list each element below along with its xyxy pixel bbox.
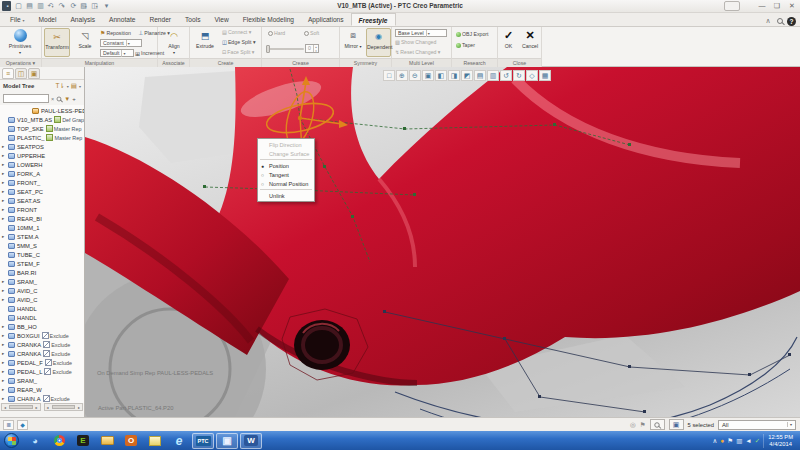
graphics-toolbar-button[interactable]: ⊖: [409, 70, 421, 81]
graphics-toolbar-button[interactable]: ◩: [461, 70, 473, 81]
select-box-button[interactable]: ▣: [669, 419, 684, 430]
reposition-button[interactable]: ⚑ Reposition: [100, 29, 131, 36]
selection-filter-select[interactable]: All▾: [718, 420, 796, 430]
tab-favorites[interactable]: ▣: [28, 68, 40, 79]
mirror-button[interactable]: ⧈ Mirror ▾: [341, 28, 365, 57]
edge-split-button[interactable]: ◫Edge Split ▾: [222, 39, 256, 45]
tree-row[interactable]: ▸ SEAT_PC: [0, 187, 84, 196]
graphics-toolbar-button[interactable]: ◨: [448, 70, 460, 81]
graphics-toolbar-button[interactable]: ▣: [422, 70, 434, 81]
quick-access-button[interactable]: ◫▾: [90, 1, 99, 11]
tree-search-input[interactable]: [3, 94, 49, 103]
window-control-button[interactable]: ✕: [786, 1, 798, 11]
face-split-button[interactable]: ⊟Face Split ▾: [222, 49, 254, 55]
ribbon-tab[interactable]: Flexible Modeling: [236, 13, 301, 26]
tray-quick-button[interactable]: [724, 1, 740, 11]
taskbar-app-icon[interactable]: W: [240, 433, 262, 449]
tree-row[interactable]: ▸ BB_HO: [0, 322, 84, 331]
graphics-toolbar-button[interactable]: □: [383, 70, 395, 81]
tree-row[interactable]: ▸ AVID_C: [0, 295, 84, 304]
taper-button[interactable]: Taper: [456, 42, 475, 48]
expander-icon[interactable]: ▸: [2, 207, 6, 212]
crease-value-box[interactable]: 0 ▴▾: [305, 44, 319, 53]
expander-icon[interactable]: ▸: [2, 171, 6, 176]
graphics-toolbar-button[interactable]: ↻: [513, 70, 525, 81]
slider-track[interactable]: [266, 48, 304, 50]
tray-icon[interactable]: ⚑: [727, 437, 733, 445]
tree-row[interactable]: ▸ UPPERHE: [0, 151, 84, 160]
quick-access-button[interactable]: ▪: [2, 1, 11, 11]
expander-icon[interactable]: ▸: [2, 378, 6, 383]
tree-row[interactable]: PAUL-LESS-PEDA: [0, 106, 84, 115]
context-menu-item[interactable]: ● Position: [258, 161, 314, 170]
tree-row[interactable]: STEM_F: [0, 259, 84, 268]
tree-row[interactable]: ▸ FRONT_: [0, 178, 84, 187]
browser-toggle-icon[interactable]: ◆: [17, 420, 28, 430]
context-menu-item[interactable]: Change Surface: [258, 149, 314, 158]
tray-icon[interactable]: ∧: [713, 437, 718, 445]
expander-icon[interactable]: ▸: [2, 279, 6, 284]
taskbar-app-icon[interactable]: e: [168, 433, 190, 449]
tree-row[interactable]: ▸ REAR_BI: [0, 214, 84, 223]
spin-center-icon[interactable]: ◎: [630, 421, 636, 429]
filter-funnel-icon[interactable]: ▼: [64, 96, 70, 102]
tree-hscrollbar-left[interactable]: ◂▸: [1, 403, 41, 411]
tray-icon[interactable]: ▥: [736, 437, 742, 445]
taskbar-app-icon[interactable]: E: [72, 433, 94, 449]
taskbar-app-icon[interactable]: PTC: [192, 433, 214, 449]
context-menu-item[interactable]: [260, 159, 312, 160]
tree-row[interactable]: ▸ STEM.A: [0, 232, 84, 241]
expander-icon[interactable]: ▸: [2, 342, 6, 347]
connect-button[interactable]: ▤Connect ▾: [222, 29, 251, 35]
expander-icon[interactable]: ▸: [2, 180, 6, 185]
tree-row[interactable]: ▸ PEDAL_F Exclude: [0, 358, 84, 367]
find-icon[interactable]: [57, 96, 62, 101]
tree-row[interactable]: HANDL: [0, 304, 84, 313]
transform-button[interactable]: ✂ Transform: [44, 28, 70, 57]
model-tree-toggle-icon[interactable]: ≣: [3, 420, 14, 430]
expander-icon[interactable]: ▸: [2, 216, 6, 221]
tree-columns-icon[interactable]: ▤: [71, 82, 77, 90]
graphics-viewport[interactable]: □⊕⊖▣◧◨◩▤▥↺↻◇▦: [85, 67, 800, 417]
expander-icon[interactable]: ▸: [2, 369, 6, 374]
tree-row[interactable]: TUBE_C: [0, 250, 84, 259]
tree-row[interactable]: 10MM_1: [0, 223, 84, 232]
tree-row[interactable]: ▸ SRAM_: [0, 376, 84, 385]
default-select[interactable]: Default▾ ⊞Increment: [100, 49, 164, 57]
show-changed-button[interactable]: ▧Show Changed: [395, 39, 436, 45]
expander-icon[interactable]: ▸: [2, 324, 6, 329]
ribbon-tab[interactable]: Freestyle: [351, 13, 396, 26]
level-select[interactable]: Base Level▾: [395, 29, 447, 37]
clear-search-icon[interactable]: ×: [51, 96, 54, 102]
tree-row[interactable]: ▸ CHAIN.A Exclude: [0, 394, 84, 403]
tree-row[interactable]: ▸ FRONT: [0, 205, 84, 214]
expander-icon[interactable]: ▸: [2, 333, 6, 338]
tree-row[interactable]: ▸ REAR_W: [0, 385, 84, 394]
ribbon-tab[interactable]: Tools: [178, 13, 207, 26]
expander-icon[interactable]: ▸: [2, 153, 6, 158]
primitives-button[interactable]: Primitives▾: [7, 28, 33, 57]
tree-row[interactable]: ▸ PEDAL_L Exclude: [0, 367, 84, 376]
taskbar-clock[interactable]: 12:55 PM4/4/2014: [763, 434, 797, 448]
tree-row[interactable]: V10_MTB.AS Def Graphics Rep: [0, 115, 84, 124]
extrude-button[interactable]: ⬒ Extrude: [192, 28, 218, 57]
quick-access-button[interactable]: ↷▾: [57, 1, 66, 11]
group-label-operations[interactable]: Operations ▾: [0, 58, 41, 67]
tree-row[interactable]: BAR.RI: [0, 268, 84, 277]
tree-row[interactable]: TOP_SKE Master Rep: [0, 124, 84, 133]
tree-row[interactable]: 5MM_S: [0, 241, 84, 250]
tree-row[interactable]: ▸ BOXGUI Exclude: [0, 331, 84, 340]
expander-icon[interactable]: ▸: [2, 387, 6, 392]
hard-radio[interactable]: Hard: [268, 30, 285, 36]
expander-icon[interactable]: ▸: [2, 162, 6, 167]
taskbar-app-icon[interactable]: [48, 433, 70, 449]
taskbar-app-icon[interactable]: [96, 433, 118, 449]
expander-icon[interactable]: ▸: [2, 198, 6, 203]
tree-row[interactable]: ▸ LOWERH: [0, 160, 84, 169]
soft-radio[interactable]: Soft: [304, 30, 319, 36]
ribbon-tab[interactable]: View: [207, 13, 235, 26]
expander-icon[interactable]: ▸: [2, 234, 6, 239]
window-control-button[interactable]: ❏: [771, 1, 783, 11]
help-icon[interactable]: ?: [787, 17, 796, 26]
tree-row[interactable]: ▸ SRAM_: [0, 277, 84, 286]
